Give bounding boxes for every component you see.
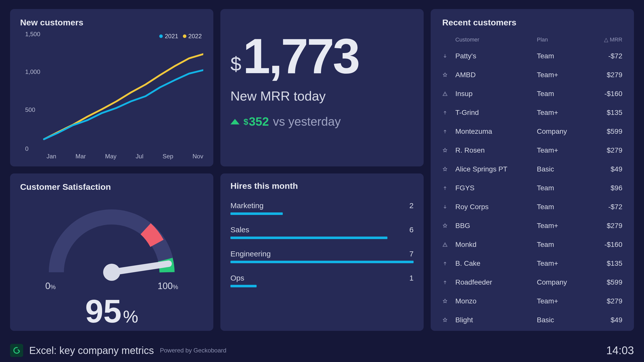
star-icon	[442, 72, 455, 78]
gauge-svg	[34, 197, 190, 282]
mrr-delta-label: vs yesterday	[273, 115, 341, 128]
dashboard-title: Excel: key company metrics	[29, 345, 154, 356]
hire-bar-track	[230, 285, 414, 287]
customer-mrr-delta: $279	[585, 146, 622, 154]
customer-name: Montezuma	[455, 127, 537, 135]
customer-name: T-Grind	[455, 109, 537, 117]
customer-mrr-delta: -$72	[585, 203, 622, 211]
card-hires: Hires this month Marketing2Sales6Enginee…	[220, 173, 424, 331]
mrr-amount: $ 1,773	[230, 32, 414, 81]
gauge-max: 100%	[158, 281, 178, 291]
gauge-min: 0%	[45, 281, 56, 291]
warn-icon	[442, 91, 455, 97]
customer-plan: Company	[537, 278, 585, 286]
up-icon	[442, 280, 455, 285]
hire-bar	[230, 237, 387, 239]
hire-label: Marketing	[230, 201, 264, 210]
customer-plan: Team+	[537, 109, 585, 117]
customer-plan: Company	[537, 127, 585, 135]
hire-value: 7	[409, 250, 414, 258]
mrr-value: 1,773	[243, 32, 358, 81]
down-icon	[442, 53, 455, 59]
col-plan: Plan	[537, 36, 585, 43]
table-row: MontezumaCompany$599	[442, 122, 622, 141]
gauge: 0% 100% 95%	[20, 197, 203, 330]
table-row: InsupTeam-$160	[442, 84, 622, 103]
star-icon	[442, 298, 455, 304]
customer-name: Roy Corps	[455, 203, 537, 211]
customer-name: Roadfeeder	[455, 278, 537, 286]
customer-name: BBG	[455, 222, 537, 230]
customer-name: Insup	[455, 90, 537, 98]
customer-plan: Team	[537, 203, 585, 211]
clock: 14:03	[606, 344, 634, 357]
mrr-currency: $	[230, 53, 241, 75]
table-row: B. CakeTeam+$135	[442, 254, 622, 273]
star-icon	[442, 317, 455, 323]
hire-bar	[230, 261, 414, 263]
hire-value: 1	[409, 274, 414, 282]
customer-plan: Team+	[537, 222, 585, 230]
hire-bar-track	[230, 261, 414, 263]
table-row: BBGTeam+$279	[442, 216, 622, 235]
customer-name: Blight	[455, 316, 537, 324]
up-icon	[442, 185, 455, 191]
warn-icon	[442, 242, 455, 247]
col-mrr: △ MRR	[585, 36, 622, 43]
customer-mrr-delta: -$160	[585, 90, 622, 98]
col-customer: Customer	[455, 36, 537, 43]
hires-title: Hires this month	[230, 181, 414, 191]
down-icon	[442, 204, 455, 210]
gauge-value: 95%	[85, 292, 138, 330]
mrr-delta: $352 vs yesterday	[230, 115, 414, 128]
star-icon	[442, 166, 455, 172]
table-row: AMBDTeam+$279	[442, 65, 622, 84]
svg-point-1	[103, 264, 120, 281]
series-2021-line	[44, 70, 203, 139]
customer-name: AMBD	[455, 71, 537, 79]
up-icon	[442, 261, 455, 266]
up-icon	[442, 110, 455, 115]
table-row: BlightBasic$49	[442, 310, 622, 329]
customer-plan: Team	[537, 184, 585, 192]
customer-plan: Team	[537, 241, 585, 249]
card-new-customers: New customers 2021 2022 1,500 1,000 500 …	[10, 9, 213, 166]
hire-row: Sales6	[230, 225, 414, 239]
hire-label: Ops	[230, 274, 244, 282]
customer-mrr-delta: $599	[585, 278, 622, 286]
mrr-delta-amount: $352	[244, 115, 269, 128]
table-row: Alice Springs PTBasic$49	[442, 160, 622, 178]
card-recent-customers: Recent customers Customer Plan △ MRR Pat…	[431, 9, 634, 331]
star-icon	[442, 223, 455, 229]
customers-table-body: Patty'sTeam-$72AMBDTeam+$279InsupTeam-$1…	[442, 47, 622, 331]
customer-name: FGYS	[455, 184, 537, 192]
table-row: Roy CorpsTeam-$72	[442, 197, 622, 216]
satisfaction-title: Customer Satisfaction	[20, 182, 203, 192]
customer-plan: Team+	[537, 259, 585, 267]
hires-list: Marketing2Sales6Engineering7Ops1	[230, 201, 414, 287]
customer-name: Patty's	[455, 52, 537, 60]
customer-name: Monzo	[455, 297, 537, 305]
table-row: MonkdTeam-$160	[442, 235, 622, 254]
gauge-range: 0% 100%	[20, 281, 203, 291]
customer-mrr-delta: -$72	[585, 52, 622, 60]
customer-plan: Team+	[537, 71, 585, 79]
customers-title: Recent customers	[442, 18, 622, 27]
customer-name: R. Rosen	[455, 146, 537, 154]
customer-plan: Basic	[537, 165, 585, 173]
geckoboard-logo-icon	[10, 344, 23, 357]
customer-plan: Basic	[537, 316, 585, 324]
card-customer-satisfaction: Customer Satisfaction 0% 100% 95%	[10, 173, 213, 331]
hire-bar	[230, 285, 257, 287]
customer-mrr-delta: $279	[585, 297, 622, 305]
footer: Excel: key company metrics Powered by Ge…	[10, 344, 634, 357]
table-row: Patty'sTeam-$72	[442, 47, 622, 65]
hire-row: Ops1	[230, 274, 414, 287]
hire-label: Sales	[230, 225, 249, 234]
hire-value: 2	[409, 201, 414, 210]
new-customers-title: New customers	[20, 18, 203, 27]
customer-plan: Team+	[537, 297, 585, 305]
card-new-mrr: $ 1,773 New MRR today $352 vs yesterday	[220, 9, 424, 166]
hire-row: Marketing2	[230, 201, 414, 215]
customer-name: B. Cake	[455, 259, 537, 267]
